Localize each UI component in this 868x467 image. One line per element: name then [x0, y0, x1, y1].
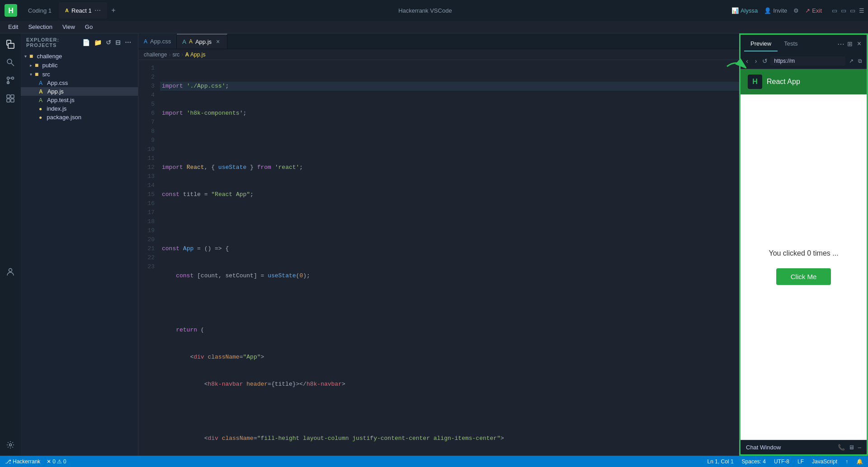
code-line-12: <h8k-navbar header={title}></h8k-navbar> [160, 380, 739, 389]
nav-forward-button[interactable]: › [753, 56, 759, 66]
editor-tab-app-css[interactable]: A App.css [138, 34, 177, 49]
menu-selection[interactable]: Selection [24, 23, 57, 31]
panel-more-icon[interactable]: ⋯ [837, 40, 844, 48]
menu-go[interactable]: Go [80, 23, 97, 31]
svg-line-5 [11, 63, 14, 66]
layout-btn-1[interactable]: ▭ [832, 7, 837, 14]
tree-public[interactable]: ▸ ■ public [21, 61, 138, 70]
svg-rect-11 [7, 99, 10, 102]
nav-back-button[interactable]: ‹ [744, 56, 750, 66]
tab-coding1[interactable]: Coding 1 [22, 2, 58, 19]
code-line-5: const title = "React App"; [160, 190, 739, 199]
nav-refresh-button[interactable]: ↺ [762, 56, 768, 66]
layout-btn-4[interactable]: ☰ [859, 7, 864, 14]
activity-extensions[interactable] [2, 90, 19, 107]
sidebar-header: Explorer: Projects 📄 📁 ↺ ⊟ ⋯ [21, 33, 138, 51]
code-lines[interactable]: import './App.css'; import 'h8k-componen… [160, 60, 739, 456]
refresh-btn[interactable]: ↺ [105, 38, 113, 47]
activity-search[interactable] [2, 54, 19, 70]
tab-preview[interactable]: Preview [744, 37, 778, 51]
activity-settings[interactable] [2, 437, 19, 453]
tree-package-json[interactable]: ● package.json [21, 113, 138, 121]
svg-rect-3 [8, 43, 14, 48]
copy-url-button[interactable]: ⧉ [857, 56, 863, 66]
folder-icon: ■ [35, 70, 38, 78]
panel-split-icon[interactable]: ⊞ [847, 40, 853, 47]
panel-header: Preview Tests ⋯ ⊞ × [741, 35, 867, 53]
breadcrumb-src[interactable]: src [172, 51, 179, 58]
exit-button[interactable]: ↗ Exit [805, 7, 822, 14]
activity-git[interactable] [2, 72, 19, 89]
code-line-11: <div className="App"> [160, 353, 739, 362]
layout-btn-2[interactable]: ▭ [841, 7, 846, 14]
chat-actions: 📞 🖥 – [838, 444, 861, 451]
js-tab-icon: A [189, 38, 193, 45]
status-language[interactable]: JavaScript [811, 458, 839, 465]
code-line-10: return ( [160, 326, 739, 335]
more-btn[interactable]: ⋯ [124, 38, 132, 47]
breadcrumb-challenge[interactable]: challenge [144, 51, 167, 58]
panel-close-button[interactable]: × [855, 38, 863, 50]
chat-phone-icon[interactable]: 📞 [838, 444, 845, 451]
menu-bar: Edit Selection View Go [0, 21, 868, 33]
css-tab-icon: A [144, 38, 147, 45]
open-external-button[interactable]: ↗ [848, 56, 854, 66]
title-actions: 📊 Alyssa 👤 Invite ⚙ ↗ Exit ▭ ▭ ▭ ☰ [731, 7, 864, 14]
tree-app-js-label: App.js [47, 88, 64, 95]
tab-tests[interactable]: Tests [778, 37, 804, 51]
status-upload[interactable]: ↑ [844, 458, 849, 465]
activity-users[interactable] [2, 264, 19, 280]
tree-challenge[interactable]: ▾ ■ challenge [21, 51, 138, 61]
chat-video-icon[interactable]: 🖥 [849, 444, 854, 451]
code-editor[interactable]: 12345 678910 1112131415 1617181920 21222… [138, 60, 739, 456]
svg-rect-9 [7, 95, 10, 98]
tab-react1[interactable]: A React 1 ⋯ [59, 2, 107, 19]
editor-tab-app-js[interactable]: A A App.js × [177, 34, 227, 49]
app-logo: H [4, 3, 18, 18]
tree-app-css-label: App.css [47, 79, 68, 86]
stats-button[interactable]: 📊 Alyssa [731, 7, 758, 14]
url-input[interactable] [770, 56, 845, 65]
preview-app-title: React App [767, 78, 800, 86]
layout-btn-3[interactable]: ▭ [850, 7, 855, 14]
menu-edit[interactable]: Edit [4, 23, 23, 31]
collapse-btn[interactable]: ⊟ [114, 38, 122, 47]
tree-app-css[interactable]: A App.css [21, 79, 138, 87]
svg-point-4 [7, 59, 12, 64]
new-folder-btn[interactable]: 📁 [93, 38, 103, 47]
status-errors[interactable]: ✕ 0 ⚠ 0 [45, 458, 67, 465]
tree-app-test[interactable]: A App.test.js [21, 96, 138, 104]
status-line-ending[interactable]: LF [796, 458, 805, 465]
code-line-7: const App = () => { [160, 244, 739, 253]
settings-button[interactable]: ⚙ [793, 7, 799, 14]
menu-view[interactable]: View [58, 23, 80, 31]
window-tabs: Coding 1 A React 1 ⋯ + [22, 2, 119, 19]
tree-index-js[interactable]: ● index.js [21, 104, 138, 113]
tree-src[interactable]: ▾ ■ src [21, 70, 138, 79]
upload-icon: ↑ [845, 458, 848, 465]
svg-point-13 [9, 268, 12, 271]
editor-tab-js-label: App.js [195, 38, 212, 45]
warning-icon: ⚠ [57, 458, 62, 465]
invite-button[interactable]: 👤 Invite [764, 7, 787, 14]
title-bar: H Coding 1 A React 1 ⋯ + Hackerrank VSCo… [0, 0, 868, 21]
status-bell[interactable]: 🔔 [855, 458, 864, 465]
tab-more-icon[interactable]: ⋯ [94, 7, 101, 14]
tree-app-js[interactable]: A App.js [21, 87, 138, 96]
status-encoding[interactable]: UTF-8 [773, 458, 791, 465]
status-cursor[interactable]: Ln 1, Col 1 [706, 458, 735, 465]
js-file-icon: A [39, 89, 43, 95]
breadcrumb-file[interactable]: AApp.js [185, 51, 205, 58]
chat-minimize-icon[interactable]: – [858, 444, 861, 451]
json-file-icon: ● [39, 114, 42, 121]
status-spaces[interactable]: Spaces: 4 [741, 458, 767, 465]
preview-content: H React App You clicked 0 times ... Clic… [741, 69, 867, 440]
activity-explorer[interactable] [2, 36, 19, 52]
preview-click-me-button[interactable]: Click Me [776, 268, 831, 285]
coding-tab-label: Coding 1 [28, 7, 52, 14]
line-ending-label: LF [797, 458, 804, 465]
status-git[interactable]: ⎇ Hackerrank [4, 458, 42, 465]
close-tab-button[interactable]: × [214, 38, 222, 45]
new-file-btn[interactable]: 📄 [81, 38, 91, 47]
add-tab-button[interactable]: + [108, 5, 119, 16]
